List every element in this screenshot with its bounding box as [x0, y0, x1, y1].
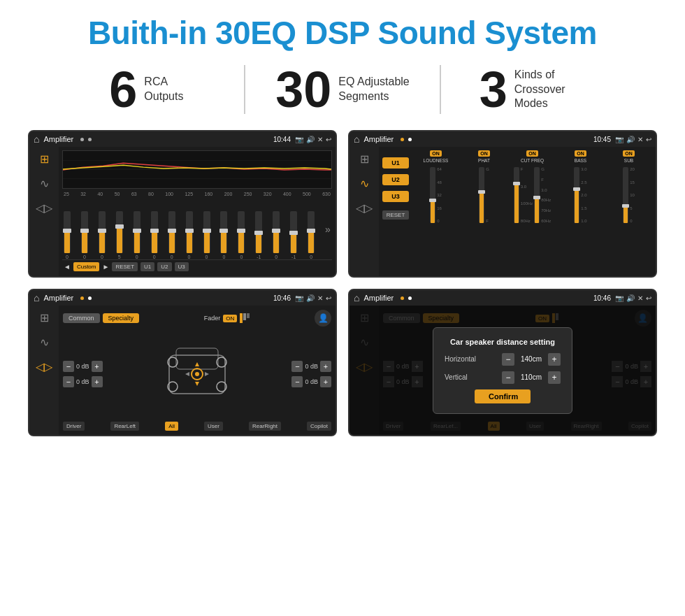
stat-label-crossover: Kinds ofCrossover Modes: [514, 68, 598, 111]
eq-u3-btn[interactable]: U3: [175, 262, 189, 271]
sub-slider[interactable]: [623, 167, 628, 223]
sp-plus-3[interactable]: +: [320, 361, 331, 372]
back-icon-3[interactable]: ↩: [326, 294, 331, 302]
eq-slider-7: 0: [186, 211, 193, 259]
wave-icon-3[interactable]: ∿: [40, 336, 49, 349]
home-icon-1[interactable]: ⌂: [34, 134, 39, 145]
preset-u3[interactable]: U3: [382, 191, 409, 202]
slider-track-7[interactable]: [186, 211, 193, 253]
cutfreq-label: CUT FREQ: [521, 158, 544, 163]
back-icon-2[interactable]: ↩: [646, 136, 651, 143]
speaker-icon-2[interactable]: ◁▷: [356, 201, 373, 215]
cutfreq-on[interactable]: ON: [526, 150, 538, 157]
slider-track-9[interactable]: [220, 211, 227, 253]
slider-track-0[interactable]: [64, 211, 71, 253]
sp-plus-2[interactable]: +: [92, 376, 103, 387]
eq-icon-3[interactable]: ⊞: [40, 311, 49, 324]
preset-u2[interactable]: U2: [382, 174, 409, 185]
speaker-main: Common Specialty Fader ON: [59, 306, 336, 435]
sp-copilot-label[interactable]: Copilot: [307, 422, 331, 431]
close-icon-1[interactable]: ✕: [317, 136, 323, 143]
close-icon-3[interactable]: ✕: [317, 294, 323, 302]
sp-driver-label[interactable]: Driver: [63, 422, 85, 431]
wave-icon-1[interactable]: ∿: [40, 177, 49, 190]
eq-reset-btn[interactable]: RESET: [112, 262, 138, 271]
bass-on[interactable]: ON: [575, 150, 586, 157]
slider-track-4[interactable]: [134, 211, 140, 253]
eq-u1-btn[interactable]: U1: [140, 262, 154, 271]
sp-minus-2[interactable]: −: [63, 376, 74, 387]
prev-arrow[interactable]: ◄: [64, 263, 71, 271]
slider-track-11[interactable]: [255, 211, 262, 253]
close-icon-2[interactable]: ✕: [637, 136, 643, 143]
slider-track-6[interactable]: [168, 211, 175, 253]
loudness-on[interactable]: ON: [430, 150, 442, 157]
cutfreq-sliders: F 3.0 100Hz 80Hz G: [514, 167, 551, 223]
eq-mode-custom[interactable]: Custom: [73, 262, 100, 271]
eq-val-13: -1: [291, 255, 296, 259]
dialog-overlay: Car speaker distance setting Horizontal …: [349, 306, 656, 435]
loudness-slider[interactable]: [430, 167, 435, 223]
slider-track-13[interactable]: [290, 211, 297, 253]
slider-track-14[interactable]: [308, 211, 315, 253]
sp-all-label[interactable]: All: [165, 422, 178, 431]
slider-track-10[interactable]: [238, 211, 245, 253]
sp-rearright-label[interactable]: RearRight: [249, 422, 281, 431]
tab-common[interactable]: Common: [63, 313, 100, 323]
home-icon-4[interactable]: ⌂: [354, 292, 359, 303]
slider-track-5[interactable]: [151, 211, 158, 253]
horizontal-plus-btn[interactable]: +: [548, 353, 561, 366]
eq-icon-2[interactable]: ⊞: [360, 152, 369, 166]
horizontal-minus-btn[interactable]: −: [502, 353, 514, 366]
slider-track-8[interactable]: [203, 211, 210, 253]
sp-plus-1[interactable]: +: [92, 361, 103, 372]
sp-user-label[interactable]: User: [204, 422, 223, 431]
close-icon-4[interactable]: ✕: [637, 294, 643, 302]
tab-specialty[interactable]: Specialty: [103, 313, 140, 323]
eq-sliders: 0 0 0 5: [62, 199, 332, 259]
sp-rearleft-label[interactable]: RearLeft: [110, 422, 139, 431]
home-icon-2[interactable]: ⌂: [354, 134, 359, 145]
status-dot-4b: [408, 296, 412, 300]
phat-slider[interactable]: [479, 167, 484, 223]
bass-slider[interactable]: [574, 167, 579, 223]
slider-track-3[interactable]: [116, 211, 123, 253]
confirm-button[interactable]: Confirm: [475, 389, 531, 403]
phat-on[interactable]: ON: [478, 150, 490, 157]
wave-icon-2[interactable]: ∿: [360, 177, 369, 190]
slider-track-2[interactable]: [99, 211, 106, 253]
dialog-title: Car speaker distance setting: [445, 338, 561, 346]
phat-sliders: G F: [479, 167, 489, 223]
speaker-icon-1[interactable]: ◁▷: [36, 201, 52, 215]
next-arrow[interactable]: ►: [102, 263, 109, 271]
sp-minus-3[interactable]: −: [291, 361, 303, 372]
sp-plus-4[interactable]: +: [320, 376, 331, 387]
xover-reset[interactable]: RESET: [382, 210, 409, 220]
sp-minus-4[interactable]: −: [291, 376, 303, 387]
eq-slider-2: 0: [99, 211, 106, 259]
back-icon-1[interactable]: ↩: [326, 136, 331, 143]
settings-avatar[interactable]: 👤: [315, 310, 331, 327]
eq-slider-1: 0: [81, 211, 88, 259]
sp-minus-1[interactable]: −: [63, 361, 74, 372]
eq-u2-btn[interactable]: U2: [157, 262, 171, 271]
eq-icon-1[interactable]: ⊞: [40, 152, 49, 166]
ch-loudness: ON LOUDNESS 64: [412, 150, 459, 273]
slider-track-1[interactable]: [81, 211, 88, 253]
eq-val-2: 0: [101, 255, 103, 259]
vertical-minus-btn[interactable]: −: [502, 371, 514, 384]
fader-on-btn[interactable]: ON: [223, 315, 237, 322]
eq-val-6: 0: [171, 255, 173, 259]
more-icon[interactable]: »: [325, 224, 331, 235]
freq-80: 80: [148, 192, 154, 196]
cutfreq-slider1[interactable]: [514, 167, 519, 223]
preset-u1[interactable]: U1: [382, 157, 409, 169]
sub-on[interactable]: ON: [623, 150, 635, 157]
slider-track-12[interactable]: [273, 211, 280, 253]
vertical-plus-btn[interactable]: +: [548, 371, 561, 384]
speaker-icon-3[interactable]: ◁▷: [36, 360, 52, 373]
cutfreq-slider2[interactable]: [534, 167, 540, 223]
back-icon-4[interactable]: ↩: [646, 294, 651, 302]
screen2-content: ⊞ ∿ ◁▷ U1 U2 U3 RESET: [349, 147, 656, 276]
home-icon-3[interactable]: ⌂: [34, 292, 39, 303]
